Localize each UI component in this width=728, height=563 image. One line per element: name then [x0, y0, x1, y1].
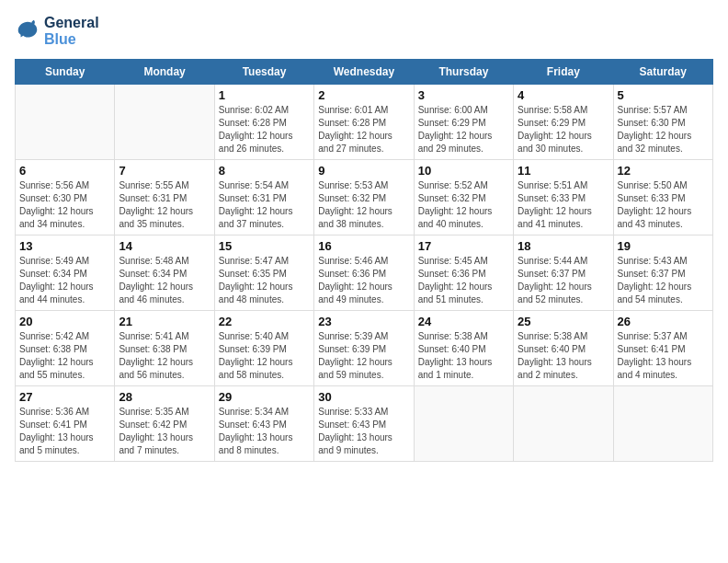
- day-number: 28: [119, 390, 210, 404]
- sunset-text: Sunset: 6:37 PM: [618, 269, 686, 279]
- weekday-header: Saturday: [613, 60, 712, 85]
- daylight-text: Daylight: 12 hours and 44 minutes.: [19, 282, 94, 304]
- daylight-text: Daylight: 13 hours and 1 minute.: [418, 357, 493, 380]
- daylight-text: Daylight: 12 hours and 26 minutes.: [219, 131, 293, 154]
- daylight-text: Daylight: 12 hours and 29 minutes.: [418, 131, 493, 154]
- sunrise-text: Sunrise: 5:50 AM: [618, 180, 688, 190]
- daylight-text: Daylight: 12 hours and 41 minutes.: [518, 206, 592, 229]
- daylight-text: Daylight: 13 hours and 8 minutes.: [219, 432, 293, 455]
- calendar-cell: 26Sunrise: 5:37 AMSunset: 6:41 PMDayligh…: [613, 311, 712, 386]
- sunset-text: Sunset: 6:28 PM: [318, 118, 386, 128]
- day-number: 24: [418, 315, 509, 328]
- calendar-cell: [414, 386, 513, 462]
- sunrise-text: Sunrise: 5:38 AM: [418, 331, 488, 341]
- day-details: Sunrise: 6:00 AMSunset: 6:29 PMDaylight:…: [418, 104, 509, 155]
- calendar-week-row: 20Sunrise: 5:42 AMSunset: 6:38 PMDayligh…: [16, 311, 713, 386]
- sunset-text: Sunset: 6:33 PM: [618, 193, 686, 203]
- daylight-text: Daylight: 12 hours and 56 minutes.: [119, 357, 193, 380]
- daylight-text: Daylight: 12 hours and 55 minutes.: [19, 357, 94, 380]
- day-number: 10: [418, 164, 509, 178]
- sunrise-text: Sunrise: 5:57 AM: [618, 105, 688, 115]
- calendar-cell: 10Sunrise: 5:52 AMSunset: 6:32 PMDayligh…: [414, 160, 513, 236]
- sunset-text: Sunset: 6:35 PM: [219, 269, 287, 279]
- day-details: Sunrise: 5:56 AMSunset: 6:30 PMDaylight:…: [19, 179, 110, 231]
- calendar-cell: 15Sunrise: 5:47 AMSunset: 6:35 PMDayligh…: [214, 236, 313, 311]
- day-number: 18: [518, 239, 609, 253]
- day-number: 2: [318, 88, 409, 102]
- sunset-text: Sunset: 6:43 PM: [318, 419, 386, 430]
- day-number: 29: [219, 390, 310, 404]
- calendar-table: SundayMondayTuesdayWednesdayThursdayFrid…: [15, 59, 713, 462]
- weekday-header: Monday: [115, 60, 214, 85]
- day-number: 3: [418, 88, 509, 102]
- sunset-text: Sunset: 6:31 PM: [119, 193, 187, 203]
- daylight-text: Daylight: 12 hours and 43 minutes.: [618, 206, 692, 229]
- weekday-header: Friday: [514, 60, 613, 85]
- weekday-header: Tuesday: [214, 60, 313, 85]
- calendar-cell: 1Sunrise: 6:02 AMSunset: 6:28 PMDaylight…: [214, 85, 313, 160]
- calendar-cell: 8Sunrise: 5:54 AMSunset: 6:31 PMDaylight…: [214, 160, 313, 236]
- daylight-text: Daylight: 13 hours and 4 minutes.: [618, 357, 692, 380]
- daylight-text: Daylight: 12 hours and 27 minutes.: [318, 131, 392, 154]
- day-details: Sunrise: 5:54 AMSunset: 6:31 PMDaylight:…: [219, 179, 310, 231]
- day-number: 15: [219, 239, 310, 253]
- day-number: 19: [618, 239, 709, 253]
- day-number: 14: [119, 239, 210, 253]
- calendar-cell: [514, 386, 613, 462]
- day-details: Sunrise: 5:37 AMSunset: 6:41 PMDaylight:…: [618, 330, 709, 382]
- sunset-text: Sunset: 6:28 PM: [219, 118, 287, 128]
- day-details: Sunrise: 5:53 AMSunset: 6:32 PMDaylight:…: [318, 179, 409, 231]
- day-number: 25: [518, 315, 609, 328]
- calendar-cell: 20Sunrise: 5:42 AMSunset: 6:38 PMDayligh…: [16, 311, 115, 386]
- day-number: 13: [19, 239, 110, 253]
- day-number: 4: [518, 88, 609, 102]
- day-details: Sunrise: 5:43 AMSunset: 6:37 PMDaylight:…: [618, 255, 709, 306]
- sunrise-text: Sunrise: 5:43 AM: [618, 256, 688, 266]
- sunset-text: Sunset: 6:32 PM: [418, 193, 486, 203]
- sunset-text: Sunset: 6:38 PM: [119, 344, 187, 354]
- calendar-cell: 7Sunrise: 5:55 AMSunset: 6:31 PMDaylight…: [115, 160, 214, 236]
- daylight-text: Daylight: 13 hours and 9 minutes.: [318, 432, 392, 455]
- calendar-cell: 25Sunrise: 5:38 AMSunset: 6:40 PMDayligh…: [514, 311, 613, 386]
- calendar-week-row: 27Sunrise: 5:36 AMSunset: 6:41 PMDayligh…: [16, 386, 713, 462]
- calendar-cell: 21Sunrise: 5:41 AMSunset: 6:38 PMDayligh…: [115, 311, 214, 386]
- sunrise-text: Sunrise: 5:54 AM: [219, 180, 289, 190]
- calendar-cell: 24Sunrise: 5:38 AMSunset: 6:40 PMDayligh…: [414, 311, 513, 386]
- day-details: Sunrise: 5:44 AMSunset: 6:37 PMDaylight:…: [518, 255, 609, 306]
- calendar-cell: 11Sunrise: 5:51 AMSunset: 6:33 PMDayligh…: [514, 160, 613, 236]
- daylight-text: Daylight: 12 hours and 51 minutes.: [418, 282, 493, 304]
- sunrise-text: Sunrise: 5:46 AM: [318, 256, 388, 266]
- sunrise-text: Sunrise: 5:47 AM: [219, 256, 289, 266]
- calendar-cell: 27Sunrise: 5:36 AMSunset: 6:41 PMDayligh…: [16, 386, 115, 462]
- day-number: 23: [318, 315, 409, 328]
- day-details: Sunrise: 5:57 AMSunset: 6:30 PMDaylight:…: [618, 104, 709, 155]
- calendar-cell: 23Sunrise: 5:39 AMSunset: 6:39 PMDayligh…: [314, 311, 414, 386]
- calendar-cell: 28Sunrise: 5:35 AMSunset: 6:42 PMDayligh…: [115, 386, 214, 462]
- day-number: 22: [219, 315, 310, 328]
- calendar-cell: 6Sunrise: 5:56 AMSunset: 6:30 PMDaylight…: [16, 160, 115, 236]
- calendar-cell: [16, 85, 115, 160]
- day-number: 16: [318, 239, 409, 253]
- sunrise-text: Sunrise: 6:01 AM: [318, 105, 388, 115]
- sunset-text: Sunset: 6:39 PM: [219, 344, 287, 354]
- calendar-cell: 5Sunrise: 5:57 AMSunset: 6:30 PMDaylight…: [613, 85, 712, 160]
- sunrise-text: Sunrise: 5:40 AM: [219, 331, 289, 341]
- day-details: Sunrise: 5:45 AMSunset: 6:36 PMDaylight:…: [418, 255, 509, 306]
- sunset-text: Sunset: 6:30 PM: [19, 193, 87, 203]
- sunset-text: Sunset: 6:36 PM: [318, 269, 386, 279]
- sunset-text: Sunset: 6:39 PM: [318, 344, 386, 354]
- sunset-text: Sunset: 6:34 PM: [119, 269, 187, 279]
- sunrise-text: Sunrise: 5:39 AM: [318, 331, 388, 341]
- calendar-cell: 19Sunrise: 5:43 AMSunset: 6:37 PMDayligh…: [613, 236, 712, 311]
- day-number: 6: [19, 164, 110, 178]
- daylight-text: Daylight: 12 hours and 30 minutes.: [518, 131, 592, 154]
- calendar-week-row: 1Sunrise: 6:02 AMSunset: 6:28 PMDaylight…: [16, 85, 713, 160]
- day-details: Sunrise: 5:38 AMSunset: 6:40 PMDaylight:…: [418, 330, 509, 382]
- day-details: Sunrise: 5:51 AMSunset: 6:33 PMDaylight:…: [518, 179, 609, 231]
- sunrise-text: Sunrise: 5:55 AM: [119, 180, 188, 190]
- day-details: Sunrise: 5:34 AMSunset: 6:43 PMDaylight:…: [219, 406, 310, 457]
- calendar-cell: 2Sunrise: 6:01 AMSunset: 6:28 PMDaylight…: [314, 85, 414, 160]
- day-details: Sunrise: 5:49 AMSunset: 6:34 PMDaylight:…: [19, 255, 110, 306]
- day-details: Sunrise: 5:48 AMSunset: 6:34 PMDaylight:…: [119, 255, 210, 306]
- sunrise-text: Sunrise: 5:56 AM: [19, 180, 89, 190]
